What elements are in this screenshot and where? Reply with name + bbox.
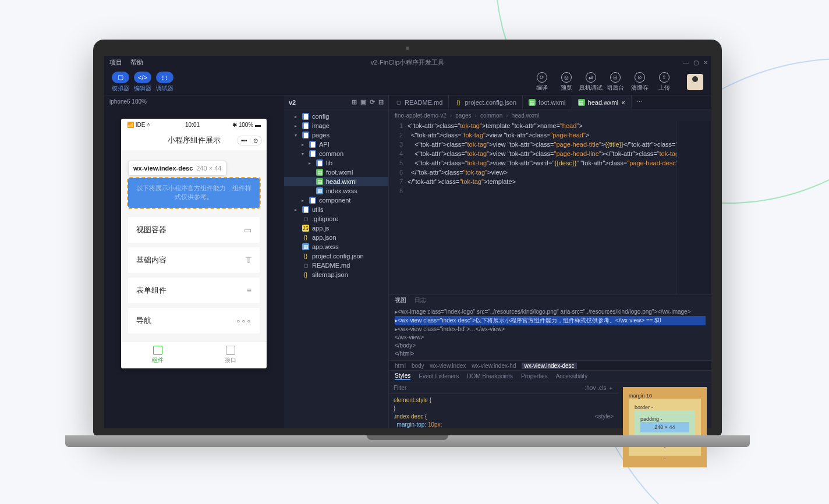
styles-tab-Properties[interactable]: Properties — [521, 373, 548, 379]
capsule-more-icon[interactable]: ••• — [241, 137, 247, 144]
styles-filter[interactable]: Filter — [394, 385, 406, 391]
folder-icon: ▇ — [309, 150, 316, 157]
menu-help[interactable]: 帮助 — [130, 58, 143, 67]
capsule-button[interactable]: ••• | ⊙ — [237, 136, 262, 145]
pill-debugger[interactable]: ⫶⫶ — [156, 72, 173, 83]
tree-item-app.wxss[interactable]: ▦app.wxss — [284, 242, 388, 251]
dom-crumb-wx-view.index[interactable]: wx-view.index — [430, 363, 466, 369]
new-folder-icon[interactable]: ▣ — [360, 98, 366, 106]
wxml-icon: ▤ — [529, 99, 536, 106]
maximize-icon[interactable]: ▢ — [693, 59, 699, 66]
folder-icon: ▇ — [316, 159, 323, 166]
styles-toggles[interactable]: :hov .cls ＋ — [585, 384, 614, 392]
statusbar-right: ✱ 100% ▬ — [232, 122, 261, 128]
md-icon: ◻ — [302, 262, 309, 269]
json-icon: {} — [455, 99, 462, 106]
inspect-tooltip: wx-view.index-desc240 × 44 — [128, 161, 226, 176]
dom-crumb-wx-view.index-hd[interactable]: wx-view.index-hd — [472, 363, 516, 369]
refresh-icon[interactable]: ⟳ — [370, 98, 375, 106]
close-icon[interactable]: ✕ — [703, 59, 708, 66]
folder-icon: ▇ — [302, 113, 309, 120]
tree-item-API[interactable]: ▸▇API — [284, 140, 388, 149]
tree-item-utils[interactable]: ▸▇utils — [284, 205, 388, 214]
menu-project[interactable]: 项目 — [109, 58, 122, 67]
styles-rules[interactable]: element.style {}.index-desc {<style> mar… — [389, 394, 618, 428]
menu-item-表单组件[interactable]: 表单组件≡ — [128, 278, 260, 303]
editor-panel: ◻README.md{}project.config.json▤foot.wxm… — [389, 95, 711, 428]
tabs-more-icon[interactable]: ⋯ — [632, 95, 647, 109]
folder-icon: ▇ — [302, 132, 309, 139]
crumb-head.wxml[interactable]: head.wxml — [512, 112, 540, 119]
tree-item-lib[interactable]: ▸▇lib — [284, 158, 388, 168]
devtools-tab-view[interactable]: 视图 — [395, 296, 406, 304]
avatar[interactable] — [687, 74, 703, 90]
tree-item-component[interactable]: ▸▇component — [284, 196, 388, 205]
minimize-icon[interactable]: — — [683, 59, 689, 66]
toolbar-action-真机调试[interactable]: ⇄真机调试 — [579, 72, 603, 92]
styles-tab-Accessibility[interactable]: Accessibility — [556, 373, 587, 379]
capsule-close-icon[interactable]: ⊙ — [253, 137, 258, 144]
breadcrumb: fino-applet-demo-v2›pages›common›head.wx… — [389, 109, 711, 121]
phone-navbar: 小程序组件展示 ••• | ⊙ — [121, 130, 267, 150]
statusbar-left: 📶 IDE ᯤ — [127, 122, 153, 128]
tree-item-head.wxml[interactable]: ▤head.wxml — [284, 177, 388, 186]
file-explorer: v2 ⊞ ▣ ⟳ ⊟ ▸▇config▸▇image▾▇pages▸▇API▾▇… — [284, 95, 389, 428]
dom-breadcrumb[interactable]: htmlbodywx-view.indexwx-view.index-hdwx-… — [389, 360, 711, 371]
dom-crumb-body[interactable]: body — [412, 363, 424, 369]
styles-tab-DOM Breakpoints[interactable]: DOM Breakpoints — [467, 373, 513, 379]
folder-icon: ▇ — [302, 122, 309, 129]
tree-item-project.config.json[interactable]: {}project.config.json — [284, 251, 388, 261]
json-icon: {} — [302, 271, 309, 278]
styles-tab-Styles[interactable]: Styles — [395, 372, 410, 380]
toolbar-action-切后台[interactable]: ⊟切后台 — [603, 72, 628, 92]
tree-item-app.json[interactable]: {}app.json — [284, 233, 388, 242]
editor-tab-project.config.json[interactable]: {}project.config.json — [449, 95, 523, 109]
tree-item-config[interactable]: ▸▇config — [284, 112, 388, 121]
tree-item-README.md[interactable]: ◻README.md — [284, 261, 388, 270]
pill-simulator[interactable]: ▢ — [112, 72, 129, 83]
new-file-icon[interactable]: ⊞ — [352, 98, 357, 106]
wxml-icon: ▤ — [578, 99, 585, 106]
styles-tab-Event Listeners[interactable]: Event Listeners — [419, 373, 459, 379]
json-icon: {} — [302, 234, 309, 241]
tree-item-image[interactable]: ▸▇image — [284, 121, 388, 130]
editor-tab-head.wxml[interactable]: ▤head.wxml× — [572, 95, 632, 109]
toolbar-action-预览[interactable]: ◎预览 — [554, 72, 579, 92]
crumb-fino-applet-demo-v2[interactable]: fino-applet-demo-v2 — [395, 112, 447, 119]
pill-editor[interactable]: </> — [134, 72, 151, 83]
dom-tree[interactable]: ▸<wx-image class="index-logo" src="../re… — [389, 306, 711, 360]
crumb-common[interactable]: common — [480, 112, 502, 119]
json-icon: {} — [302, 253, 309, 260]
crumb-pages[interactable]: pages — [455, 112, 471, 119]
statusbar-time: 10:01 — [185, 122, 200, 128]
code-editor[interactable]: 12345678 <"tok-attr">class="tok-tag">tem… — [389, 121, 711, 294]
tab-接口[interactable]: 接口 — [194, 342, 267, 368]
tree-item-foot.wxml[interactable]: ▤foot.wxml — [284, 168, 388, 177]
editor-tab-foot.wxml[interactable]: ▤foot.wxml — [523, 95, 572, 109]
tree-item-pages[interactable]: ▾▇pages — [284, 130, 388, 140]
menu-item-基础内容[interactable]: 基础内容𝕋 — [128, 247, 260, 273]
menu-item-视图容器[interactable]: 视图容器▭ — [128, 217, 260, 243]
toolbar-action-编译[interactable]: ⟳编译 — [530, 72, 554, 92]
explorer-root[interactable]: v2 — [289, 99, 296, 106]
tab-组件[interactable]: 组件 — [121, 342, 194, 368]
dom-crumb-wx-view.index-desc[interactable]: wx-view.index-desc — [522, 363, 576, 369]
tree-item-.gitignore[interactable]: ◻.gitignore — [284, 214, 388, 223]
tree-item-app.js[interactable]: JSapp.js — [284, 223, 388, 233]
minimap[interactable] — [676, 121, 711, 294]
pill-label-edit: 编辑器 — [134, 84, 151, 93]
tab-close-icon[interactable]: × — [621, 99, 625, 106]
highlighted-element[interactable]: 以下将展示小程序官方组件能力，组件样式仅供参考。 — [128, 178, 260, 208]
js-icon: JS — [302, 225, 309, 232]
devtools-tab-log[interactable]: 日志 — [414, 296, 426, 304]
toolbar-action-上传[interactable]: ↥上传 — [652, 72, 676, 92]
editor-tab-README.md[interactable]: ◻README.md — [389, 95, 449, 109]
collapse-icon[interactable]: ⊟ — [378, 98, 384, 106]
menu-item-导航[interactable]: 导航∘∘∘ — [128, 308, 260, 333]
dom-crumb-html[interactable]: html — [395, 363, 406, 369]
wxml-icon: ▤ — [316, 169, 323, 176]
tree-item-common[interactable]: ▾▇common — [284, 149, 388, 158]
tree-item-sitemap.json[interactable]: {}sitemap.json — [284, 270, 388, 279]
toolbar-action-清缓存[interactable]: ⊘清缓存 — [628, 72, 652, 92]
tree-item-index.wxss[interactable]: ▦index.wxss — [284, 186, 388, 196]
